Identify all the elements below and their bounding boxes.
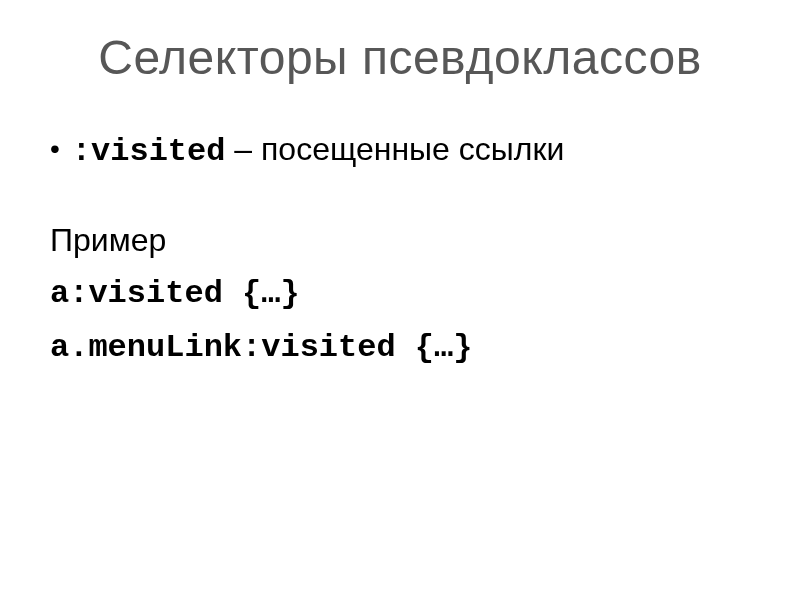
code-example-line-2: a.menuLink:visited {…}	[50, 324, 760, 372]
code-example-line-1: a:visited {…}	[50, 270, 760, 318]
bullet-selector-code: :visited	[72, 133, 226, 170]
slide-body: • :visited – посещенные ссылки Пример a:…	[40, 125, 760, 372]
bullet-item: • :visited – посещенные ссылки	[50, 125, 760, 176]
bullet-separator: –	[225, 131, 261, 167]
bullet-description: посещенные ссылки	[261, 131, 564, 167]
slide-title: Селекторы псевдоклассов	[40, 30, 760, 85]
bullet-content: :visited – посещенные ссылки	[72, 125, 564, 176]
example-label: Пример	[50, 216, 760, 264]
bullet-dot-icon: •	[50, 135, 60, 163]
slide: Селекторы псевдоклассов • :visited – пос…	[0, 0, 800, 600]
